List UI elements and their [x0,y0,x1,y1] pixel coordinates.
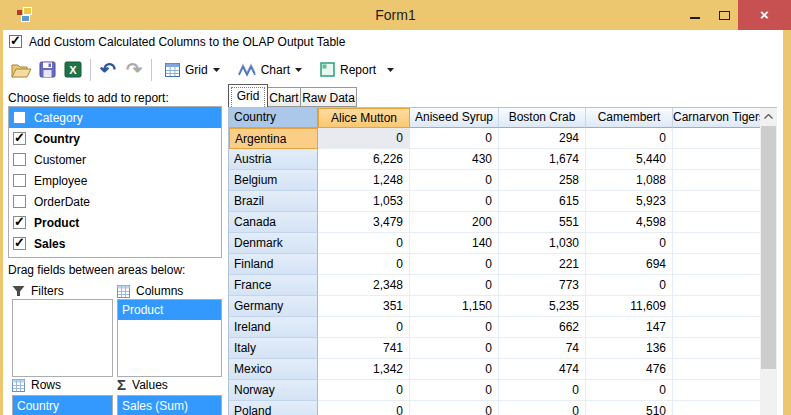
field-item-employee[interactable]: Employee [9,170,221,191]
pivot-cell[interactable]: 0 [318,380,410,401]
open-file-button[interactable] [8,57,34,83]
row-header[interactable]: Denmark [229,233,318,254]
pivot-cell[interactable]: 200 [410,212,499,233]
pivot-cell[interactable]: 430 [410,149,499,170]
pivot-cell[interactable]: 0 [410,401,499,415]
pivot-cell[interactable]: 11,609 [586,296,673,317]
export-excel-button[interactable]: X [60,57,86,83]
field-checkbox-sales[interactable] [13,237,26,250]
row-header[interactable]: France [229,275,318,296]
pivot-cell[interactable]: 510 [586,401,673,415]
scrollbar-thumb[interactable] [761,126,776,369]
tab-grid[interactable]: Grid [228,84,268,107]
pivot-cell[interactable]: 1,150 [410,296,499,317]
column-header-boston-crab[interactable]: Boston Crab [499,108,586,128]
column-header-camembert[interactable]: Camembert [586,108,673,128]
pivot-cell[interactable] [673,380,761,401]
pivot-cell[interactable]: 662 [499,317,586,338]
close-button[interactable]: × [738,0,791,30]
minimize-button[interactable] [680,0,710,30]
pivot-cell[interactable]: 140 [410,233,499,254]
field-item-orderdate[interactable]: OrderDate [9,191,221,212]
pivot-cell[interactable]: 0 [586,380,673,401]
pivot-cell[interactable]: 0 [318,317,410,338]
pivot-cell[interactable]: 0 [410,254,499,275]
pivot-cell[interactable]: 1,248 [318,170,410,191]
row-header[interactable]: Finland [229,254,318,275]
calc-columns-checkbox[interactable] [9,35,22,48]
pivot-cell[interactable]: 0 [410,191,499,212]
field-checkbox-product[interactable] [13,216,26,229]
pivot-cell[interactable]: 0 [410,380,499,401]
report-menu-button[interactable]: Report [311,57,403,83]
pivot-cell[interactable]: 147 [586,317,673,338]
vertical-scrollbar[interactable] [760,108,777,415]
chart-menu-button[interactable]: Chart [229,57,311,83]
pivot-cell[interactable]: 4,598 [586,212,673,233]
pivot-cell[interactable]: 0 [318,233,410,254]
scroll-up-button[interactable] [760,108,777,125]
row-header[interactable]: Austria [229,149,318,170]
pivot-cell[interactable]: 2,348 [318,275,410,296]
row-header[interactable]: Poland [229,401,318,415]
field-checkbox-category[interactable] [13,111,26,124]
pivot-cell[interactable] [673,233,761,254]
pivot-cell[interactable] [673,170,761,191]
pivot-cell[interactable] [673,149,761,170]
pivot-cell[interactable] [673,317,761,338]
field-item-sales[interactable]: Sales [9,233,221,254]
save-button[interactable] [34,57,60,83]
pivot-cell[interactable]: 1,674 [499,149,586,170]
column-header-country[interactable]: Country [229,108,318,128]
pivot-cell[interactable]: 5,923 [586,191,673,212]
pivot-cell[interactable]: 1,053 [318,191,410,212]
pivot-cell[interactable]: 74 [499,338,586,359]
pivot-cell[interactable]: 136 [586,338,673,359]
field-item-customer[interactable]: Customer [9,149,221,170]
row-header[interactable]: Norway [229,380,318,401]
pivot-cell[interactable]: 694 [586,254,673,275]
pivot-cell[interactable] [673,128,761,149]
pivot-cell[interactable]: 741 [318,338,410,359]
pivot-cell[interactable]: 351 [318,296,410,317]
field-checkbox-employee[interactable] [13,174,26,187]
pivot-cell[interactable]: 0 [410,170,499,191]
pivot-cell[interactable] [673,401,761,415]
pivot-cell[interactable]: 1,030 [499,233,586,254]
pivot-cell[interactable]: 476 [586,359,673,380]
pivot-cell[interactable]: 0 [499,380,586,401]
pivot-cell[interactable]: 0 [586,275,673,296]
grid-menu-button[interactable]: Grid [156,57,229,83]
row-header[interactable]: Belgium [229,170,318,191]
field-checkbox-orderdate[interactable] [13,195,26,208]
field-checkbox-country[interactable] [13,132,26,145]
pivot-cell[interactable]: 474 [499,359,586,380]
row-header[interactable]: Brazil [229,191,318,212]
field-checkbox-customer[interactable] [13,153,26,166]
pivot-cell[interactable]: 0 [318,128,410,149]
row-header[interactable]: Ireland [229,317,318,338]
pivot-cell[interactable] [673,359,761,380]
column-header-alice-mutton[interactable]: Alice Mutton [318,108,410,128]
pivot-cell[interactable]: 773 [499,275,586,296]
pivot-cell[interactable] [673,254,761,275]
filters-drop-area[interactable] [12,299,113,377]
pivot-cell[interactable]: 0 [410,128,499,149]
pivot-cell[interactable]: 6,226 [318,149,410,170]
rows-drop-area[interactable]: Country [12,395,113,415]
pivot-cell[interactable] [673,191,761,212]
columns-drop-area[interactable]: Product [117,299,222,377]
pivot-cell[interactable]: 615 [499,191,586,212]
pivot-cell[interactable]: 5,440 [586,149,673,170]
values-drop-area[interactable]: Sales (Sum) [117,395,222,415]
pivot-cell[interactable]: 0 [410,359,499,380]
field-item-category[interactable]: Category [9,107,221,128]
pivot-cell[interactable]: 3,479 [318,212,410,233]
pivot-cell[interactable]: 0 [410,317,499,338]
pivot-cell[interactable]: 0 [318,401,410,415]
pivot-cell[interactable]: 0 [586,233,673,254]
maximize-button[interactable] [710,0,738,30]
columns-field-product[interactable]: Product [118,300,221,320]
pivot-cell[interactable]: 1,342 [318,359,410,380]
row-header[interactable]: Mexico [229,359,318,380]
